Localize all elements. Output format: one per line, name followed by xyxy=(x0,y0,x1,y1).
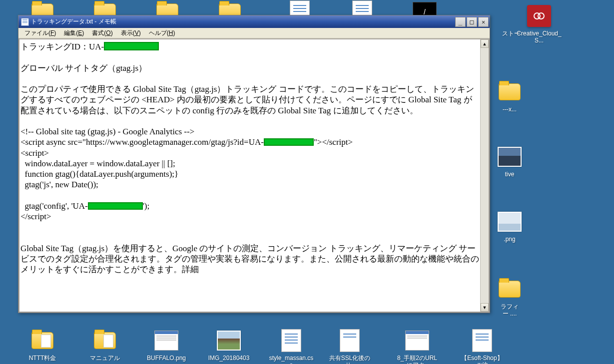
menu-edit[interactable]: 編集(E) xyxy=(60,28,88,38)
scrollbar-track[interactable] xyxy=(481,48,489,303)
desktop-icon[interactable]: tive xyxy=(487,145,532,178)
menu-bar: ファイル(F) 編集(E) 書式(O) 表示(V) ヘルプ(H) xyxy=(18,28,490,38)
notepad-icon xyxy=(21,18,29,26)
text-area-container: トラッキングID：UA- グローバル サイトタグ（gtag.js） このプロパテ… xyxy=(18,38,490,313)
desktop-icon[interactable]: ラフィ ー .... xyxy=(487,277,532,318)
desktop: ストー Creative_Cloud_S... ---x... tive .pn… xyxy=(0,0,614,364)
menu-help[interactable]: ヘルプ(H) xyxy=(145,28,179,38)
titlebar[interactable]: トラッキングデータ.txt - メモ帳 _ □ ✕ xyxy=(18,15,490,28)
menu-view[interactable]: 表示(V) xyxy=(117,28,145,38)
notepad-window: トラッキングデータ.txt - メモ帳 _ □ ✕ ファイル(F) 編集(E) … xyxy=(18,15,490,313)
window-title: トラッキングデータ.txt - メモ帳 xyxy=(31,17,455,26)
menu-file[interactable]: ファイル(F) xyxy=(20,28,60,38)
scroll-down-button[interactable]: ▼ xyxy=(481,303,489,312)
desktop-icon[interactable]: 【Esoft-Shop】ご注 xyxy=(460,329,505,364)
close-button[interactable]: ✕ xyxy=(478,17,489,27)
redacted-block xyxy=(88,202,143,210)
scrollbar[interactable]: ▲ ▼ xyxy=(480,39,489,312)
desktop-icon-cc[interactable]: Creative_Cloud_S... xyxy=(517,4,562,44)
text-area[interactable]: トラッキングID：UA- グローバル サイトタグ（gtag.js） このプロパテ… xyxy=(19,39,480,312)
redacted-block xyxy=(264,138,314,146)
scroll-up-button[interactable]: ▲ xyxy=(481,39,489,48)
maximize-button[interactable]: □ xyxy=(467,17,477,27)
redacted-block xyxy=(104,42,159,50)
desktop-icon[interactable]: ---x... xyxy=(487,80,532,113)
desktop-icon[interactable]: BUFFALO.png xyxy=(144,329,189,362)
desktop-icon[interactable]: 共有SSL化後のサ.. xyxy=(327,329,372,364)
desktop-icon[interactable]: 8_手順2のURLにアク.. xyxy=(395,329,440,364)
minimize-button[interactable]: _ xyxy=(455,17,466,27)
menu-format[interactable]: 書式(O) xyxy=(88,28,116,38)
desktop-icon[interactable]: マニュアル xyxy=(82,329,127,362)
desktop-icon[interactable]: IMG_20180403 xyxy=(206,329,251,362)
desktop-icon[interactable]: NTTT料金 xyxy=(20,329,65,362)
desktop-icon[interactable]: style_massan.css xyxy=(269,329,314,364)
desktop-icon[interactable]: .png xyxy=(487,210,532,243)
